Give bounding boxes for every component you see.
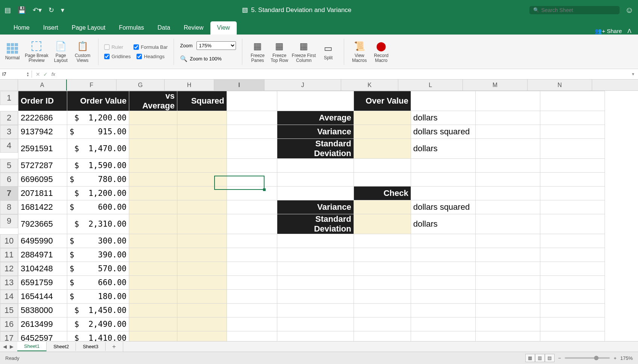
cell-L15[interactable] <box>411 304 475 317</box>
cell-J6[interactable] <box>277 173 354 187</box>
app-icon[interactable]: ▤ <box>5 6 11 14</box>
tab-review[interactable]: Review <box>177 21 210 35</box>
cell-G5[interactable] <box>129 159 177 173</box>
cell-N2[interactable] <box>540 111 605 125</box>
tab-formulas[interactable]: Formulas <box>112 21 151 35</box>
cell-I9[interactable] <box>227 214 277 234</box>
cell-K7[interactable]: Check <box>354 187 411 200</box>
cell-H16[interactable] <box>177 317 227 331</box>
cell-H11[interactable] <box>177 248 227 262</box>
feedback-icon[interactable]: ☺ <box>625 5 633 15</box>
cell-M16[interactable] <box>475 317 540 331</box>
cell-F14[interactable]: $ 180.00 <box>67 290 129 304</box>
cell-H14[interactable] <box>177 290 227 304</box>
cell-I11[interactable] <box>227 248 277 262</box>
cell-M13[interactable] <box>475 276 540 290</box>
cell-F4[interactable]: $ 1,470.00 <box>67 139 129 159</box>
cell-K13[interactable] <box>354 276 411 290</box>
cell-L2[interactable]: dollars <box>411 111 475 125</box>
collapse-ribbon-icon[interactable]: ᐱ <box>627 28 631 35</box>
cell-K11[interactable] <box>354 248 411 262</box>
cell-J2[interactable]: Average <box>277 111 354 125</box>
cell-H10[interactable] <box>177 234 227 248</box>
cell-K12[interactable] <box>354 262 411 276</box>
cell-F6[interactable]: $ 780.00 <box>67 173 129 187</box>
cell-A9[interactable]: 7923665 <box>18 214 67 234</box>
cell-M7[interactable] <box>475 187 540 200</box>
cell-N3[interactable] <box>540 125 605 139</box>
cell-A8[interactable]: 1681422 <box>18 200 67 214</box>
cell-G1[interactable]: vs Average <box>129 91 177 111</box>
cell-A4[interactable]: 2591591 <box>18 139 67 159</box>
spreadsheet-grid[interactable]: AFGHIJKLMN 1Order IDOrder Valuevs Averag… <box>0 80 638 345</box>
cell-G3[interactable] <box>129 125 177 139</box>
cell-L7[interactable] <box>411 187 475 200</box>
cell-A16[interactable]: 2613499 <box>18 317 67 331</box>
tab-data[interactable]: Data <box>151 21 177 35</box>
cell-H5[interactable] <box>177 159 227 173</box>
freeze-panes-button[interactable]: ▦Freeze Panes <box>248 40 267 63</box>
gridlines-checkbox[interactable]: Gridlines <box>104 54 131 59</box>
expand-formula-icon[interactable]: ▼ <box>631 72 638 76</box>
formula-input[interactable] <box>59 71 631 78</box>
cell-G4[interactable] <box>129 139 177 159</box>
cell-M3[interactable] <box>475 125 540 139</box>
zoom-100-button[interactable]: 🔍 Zoom to 100% <box>180 55 222 62</box>
cell-J12[interactable] <box>277 262 354 276</box>
cell-G14[interactable] <box>129 290 177 304</box>
cell-F8[interactable]: $ 600.00 <box>67 200 129 214</box>
cell-L6[interactable] <box>411 173 475 187</box>
cell-I13[interactable] <box>227 276 277 290</box>
cell-M1[interactable] <box>475 91 540 111</box>
cell-M14[interactable] <box>475 290 540 304</box>
cell-M6[interactable] <box>475 173 540 187</box>
search-input[interactable] <box>541 7 616 13</box>
cell-A5[interactable]: 5727287 <box>18 159 67 173</box>
cell-H4[interactable] <box>177 139 227 159</box>
cell-F11[interactable]: $ 390.00 <box>67 248 129 262</box>
save-icon[interactable]: 💾 <box>18 6 26 14</box>
custom-views-button[interactable]: 📋 Custom Views <box>73 40 92 63</box>
cell-I5[interactable] <box>227 159 277 173</box>
more-icon[interactable]: ▾ <box>61 6 64 14</box>
cell-J16[interactable] <box>277 317 354 331</box>
cell-N10[interactable] <box>540 234 605 248</box>
cell-N13[interactable] <box>540 276 605 290</box>
cell-A10[interactable]: 6495990 <box>18 234 67 248</box>
zoom-in-icon[interactable]: + <box>614 355 617 361</box>
cell-H3[interactable] <box>177 125 227 139</box>
cell-N1[interactable] <box>540 91 605 111</box>
zoom-out-icon[interactable]: − <box>558 355 561 361</box>
cell-A12[interactable]: 3104248 <box>18 262 67 276</box>
cell-L16[interactable] <box>411 317 475 331</box>
cell-J4[interactable]: Standard Deviation <box>277 139 354 159</box>
cell-G7[interactable] <box>129 187 177 200</box>
record-macro-button[interactable]: ⬤Record Macro <box>372 40 391 63</box>
cell-K15[interactable] <box>354 304 411 317</box>
cell-A3[interactable]: 9137942 <box>18 125 67 139</box>
cell-L11[interactable] <box>411 248 475 262</box>
cell-J10[interactable] <box>277 234 354 248</box>
cell-K4[interactable] <box>354 139 411 159</box>
cell-A14[interactable]: 1654144 <box>18 290 67 304</box>
cell-F16[interactable]: $ 2,490.00 <box>67 317 129 331</box>
cell-N8[interactable] <box>540 200 605 214</box>
headings-checkbox[interactable]: Headings <box>137 54 165 59</box>
search-box[interactable]: 🔍 <box>529 6 620 14</box>
cell-I2[interactable] <box>227 111 277 125</box>
cell-I4[interactable] <box>227 139 277 159</box>
cell-F10[interactable]: $ 300.00 <box>67 234 129 248</box>
cell-K16[interactable] <box>354 317 411 331</box>
cell-H8[interactable] <box>177 200 227 214</box>
cell-A15[interactable]: 5838000 <box>18 304 67 317</box>
cell-L8[interactable]: dollars squared <box>411 200 475 214</box>
cell-G2[interactable] <box>129 111 177 125</box>
cell-A7[interactable]: 2071811 <box>18 187 67 200</box>
tab-view[interactable]: View <box>210 21 237 35</box>
cell-H9[interactable] <box>177 214 227 234</box>
cell-L9[interactable]: dollars <box>411 214 475 234</box>
cell-G12[interactable] <box>129 262 177 276</box>
cell-N4[interactable] <box>540 139 605 159</box>
cell-J1[interactable] <box>277 91 354 111</box>
cell-K10[interactable] <box>354 234 411 248</box>
